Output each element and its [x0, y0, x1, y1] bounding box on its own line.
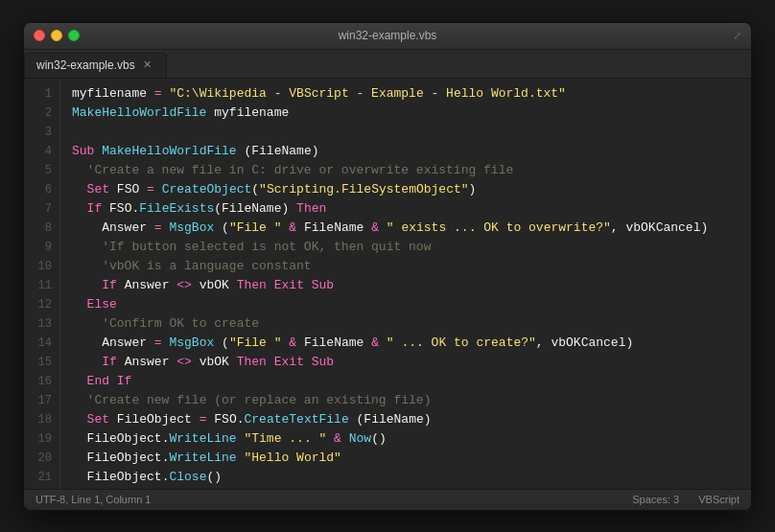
- code-line: myfilename = "C:\Wikipedia - VBScript - …: [72, 84, 751, 104]
- status-right: Spaces: 3 VBScript: [632, 494, 740, 505]
- tabbar: win32-example.vbs ✕: [24, 50, 751, 79]
- status-encoding: UTF-8, Line 1, Column 1: [35, 494, 632, 505]
- code-line: FileObject.WriteLine "Time ... " & Now(): [72, 429, 751, 449]
- code-line: Sub MakeHelloWorldFile (FileName): [72, 142, 751, 161]
- line-number: 17: [32, 391, 52, 410]
- code-line: If Answer <> vbOK Then Exit Sub: [72, 276, 751, 295]
- code-line: [72, 123, 751, 142]
- code-line: If Answer <> vbOK Then Exit Sub: [72, 353, 751, 372]
- minimize-button[interactable]: [51, 30, 62, 41]
- line-number: 1: [32, 84, 52, 104]
- code-line: Answer = MsgBox ("File " & FileName & " …: [72, 334, 751, 353]
- tab-win32-example[interactable]: win32-example.vbs ✕: [24, 53, 167, 78]
- line-number: 10: [32, 257, 52, 276]
- code-line: 'Confirm OK to create: [72, 314, 751, 334]
- line-number: 13: [32, 314, 52, 334]
- line-number: 14: [32, 334, 52, 353]
- status-spaces: Spaces: 3: [632, 494, 679, 505]
- line-number: 6: [32, 180, 52, 199]
- line-number: 15: [32, 353, 52, 372]
- tab-label: win32-example.vbs: [36, 58, 135, 72]
- line-numbers: 1234567891011121314151617181920212223: [24, 79, 60, 489]
- line-number: 20: [32, 449, 52, 468]
- code-line: Set FSO = CreateObject("Scripting.FileSy…: [72, 180, 751, 199]
- line-number: 21: [32, 468, 52, 487]
- line-number: 19: [32, 429, 52, 449]
- code-line: Else: [72, 295, 751, 314]
- status-language: VBScript: [698, 494, 740, 505]
- line-number: 9: [32, 238, 52, 257]
- window-title: win32-example.vbs: [339, 29, 437, 42]
- code-line: If FSO.FileExists(FileName) Then: [72, 199, 751, 219]
- line-number: 18: [32, 410, 52, 429]
- line-number: 4: [32, 142, 52, 161]
- code-line: FileObject.Close(): [72, 468, 751, 487]
- titlebar: win32-example.vbs ⤢: [24, 23, 751, 50]
- code-line: Answer = MsgBox ("File " & FileName & " …: [72, 219, 751, 238]
- traffic-lights: [34, 30, 80, 41]
- code-line: 'vbOK is a language constant: [72, 257, 751, 276]
- code-line: 'Create new file (or replace an existing…: [72, 391, 751, 410]
- line-number: 11: [32, 276, 52, 295]
- line-number: 16: [32, 372, 52, 391]
- expand-icon[interactable]: ⤢: [733, 30, 741, 42]
- code-line: Set FileObject = FSO.CreateTextFile (Fil…: [72, 410, 751, 429]
- tab-close-icon[interactable]: ✕: [141, 58, 154, 72]
- code-line: 'Create a new file in C: drive or overwr…: [72, 161, 751, 180]
- statusbar: UTF-8, Line 1, Column 1 Spaces: 3 VBScri…: [24, 489, 751, 510]
- code-content[interactable]: myfilename = "C:\Wikipedia - VBScript - …: [60, 79, 751, 489]
- code-line: End If: [72, 372, 751, 391]
- editor-window: win32-example.vbs ⤢ win32-example.vbs ✕ …: [23, 22, 752, 511]
- code-line: 'If button selected is not OK, then quit…: [72, 238, 751, 257]
- maximize-button[interactable]: [68, 30, 80, 41]
- line-number: 5: [32, 161, 52, 180]
- code-line: FileObject.WriteLine "Hello World": [72, 449, 751, 468]
- code-line: MakeHelloWorldFile myfilename: [72, 104, 751, 123]
- line-number: 3: [32, 123, 52, 142]
- line-number: 12: [32, 295, 52, 314]
- line-number: 8: [32, 219, 52, 238]
- line-number: 7: [32, 199, 52, 219]
- close-button[interactable]: [34, 30, 45, 41]
- line-number: 2: [32, 104, 52, 123]
- editor-area[interactable]: 1234567891011121314151617181920212223 my…: [24, 79, 751, 489]
